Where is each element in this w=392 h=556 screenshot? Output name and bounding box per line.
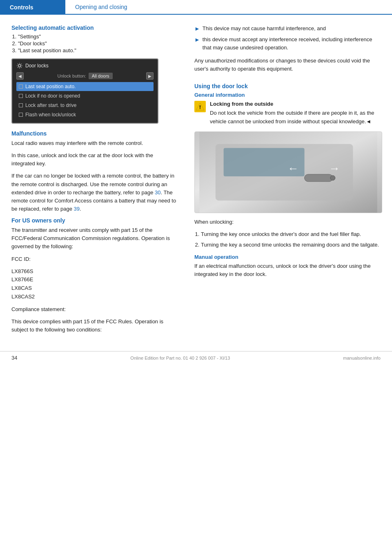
step-2: "Door locks" — [18, 40, 176, 47]
screen-top-bar: ◀ Unlock button: All doors ▶ — [16, 72, 154, 80]
checkbox-lock-after-start — [19, 103, 23, 107]
warning-box: ! Locking from the outside Do not lock t… — [194, 100, 382, 125]
warning-icon: ! — [194, 101, 206, 112]
menu-item-lock-no-door[interactable]: Lock if no door is opened — [16, 91, 154, 100]
svg-text:!: ! — [199, 104, 201, 110]
steps-list: "Settings" "Door locks" "Last seat posit… — [18, 33, 176, 53]
link-page-30[interactable]: 30 — [155, 189, 160, 196]
malfunctions-p1: Local radio waves may interfere with the… — [11, 139, 176, 147]
page-number: 34 — [11, 355, 17, 361]
manual-operation-title: Manual operation — [194, 254, 382, 260]
arrow-item-1: ► This device may not cause harmful inte… — [194, 24, 382, 33]
fcc-item-1: LX8766S — [11, 267, 176, 276]
malfunctions-title: Malfunctions — [11, 130, 176, 137]
section-tab: Opening and closing — [65, 0, 392, 15]
door-locks-screen: Door locks ◀ Unlock button: All doors ▶ … — [11, 58, 158, 124]
general-info-title: General information — [194, 92, 382, 98]
screen-menu: Last seat position auto. Lock if no door… — [16, 82, 154, 119]
unlock-step-1: Turning the key once unlocks the driver'… — [201, 230, 382, 238]
malfunctions-p2: In this case, unlock and lock the car at… — [11, 151, 176, 168]
arrow-item-2: ► this device must accept any interferen… — [194, 36, 382, 52]
nav-left-btn[interactable]: ◀ — [16, 72, 24, 80]
nav-right-btn[interactable]: ▶ — [146, 72, 154, 80]
main-content: Selecting automatic activation "Settings… — [0, 15, 392, 338]
svg-point-0 — [18, 64, 21, 67]
footer-center: Online Edition for Part no. 01 40 2 926 … — [130, 356, 230, 360]
fcc-item-3: LX8CAS — [11, 284, 176, 293]
using-door-lock-title: Using the door lock — [194, 83, 382, 89]
unlock-label: Unlock button: — [57, 73, 86, 78]
svg-rect-6 — [305, 174, 333, 182]
svg-text:→: → — [329, 162, 340, 175]
screen-nav-left[interactable]: ◀ — [16, 72, 24, 80]
car-door-image: → ← — [194, 131, 382, 213]
screen-title: Door locks — [25, 63, 49, 69]
malfunctions-p3: If the car can no longer be locked with … — [11, 172, 176, 213]
checkbox-lock-no-door — [19, 94, 23, 98]
unlock-steps-list: Turning the key once unlocks the driver'… — [201, 230, 382, 249]
screen-nav-right[interactable]: ▶ — [146, 72, 154, 80]
fcc-item-2: LX8766E — [11, 276, 176, 284]
unauthorized-p: Any unauthorized modifications or change… — [194, 57, 382, 73]
arrow-bullet-1: ► — [194, 24, 200, 33]
settings-icon — [16, 62, 23, 69]
compliance-p1: This device complies with part 15 of the… — [11, 318, 176, 334]
selecting-title: Selecting automatic activation — [11, 24, 176, 31]
screen-title-bar: Door locks — [16, 62, 154, 69]
manual-operation-p: If an electrical malfunction occurs, unl… — [194, 262, 382, 278]
controls-label: Controls — [10, 4, 33, 11]
svg-text:←: ← — [287, 162, 299, 175]
unlock-value: All doors — [89, 73, 113, 79]
step-1: "Settings" — [18, 33, 176, 40]
right-column: ► This device may not cause harmful inte… — [188, 24, 392, 338]
arrow-bullet-2: ► — [194, 36, 200, 44]
checkbox-flash — [19, 113, 23, 117]
fcc-item-4: LX8CAS2 — [11, 293, 176, 301]
page-header: Controls Opening and closing — [0, 0, 392, 15]
controls-tab: Controls — [0, 0, 65, 15]
page-footer: 34 Online Edition for Part no. 01 40 2 9… — [0, 351, 392, 364]
menu-item-lock-after-start[interactable]: Lock after start. to drive — [16, 101, 154, 110]
link-page-39[interactable]: 39 — [74, 206, 80, 212]
compliance-statement: Compliance statement: — [11, 305, 176, 314]
arrow-list: ► This device may not cause harmful inte… — [194, 24, 382, 52]
menu-item-flash[interactable]: Flash when lock/unlock — [16, 110, 154, 119]
for-us-p1: The transmitter and receiver units compl… — [11, 226, 176, 251]
warning-title: Locking from the outside — [210, 100, 382, 108]
menu-item-last-seat[interactable]: Last seat position auto. — [16, 82, 154, 91]
footer-right: manualsonline.info — [343, 356, 381, 360]
unlock-step-2: Turning the key a second time unlocks th… — [201, 241, 382, 249]
section-label: Opening and closing — [75, 4, 127, 10]
step-3: "Last seat position auto." — [18, 47, 176, 53]
fcc-id: FCC ID: — [11, 255, 176, 263]
warning-text: Locking from the outside Do not lock the… — [210, 100, 382, 125]
when-unlocking: When unlocking: — [194, 218, 382, 226]
svg-point-7 — [330, 176, 335, 180]
checkbox-last-seat — [19, 85, 23, 89]
left-column: Selecting automatic activation "Settings… — [0, 24, 188, 338]
fcc-list: LX8766S LX8766E LX8CAS LX8CAS2 — [11, 267, 176, 301]
for-us-title: For US owners only — [11, 217, 176, 224]
